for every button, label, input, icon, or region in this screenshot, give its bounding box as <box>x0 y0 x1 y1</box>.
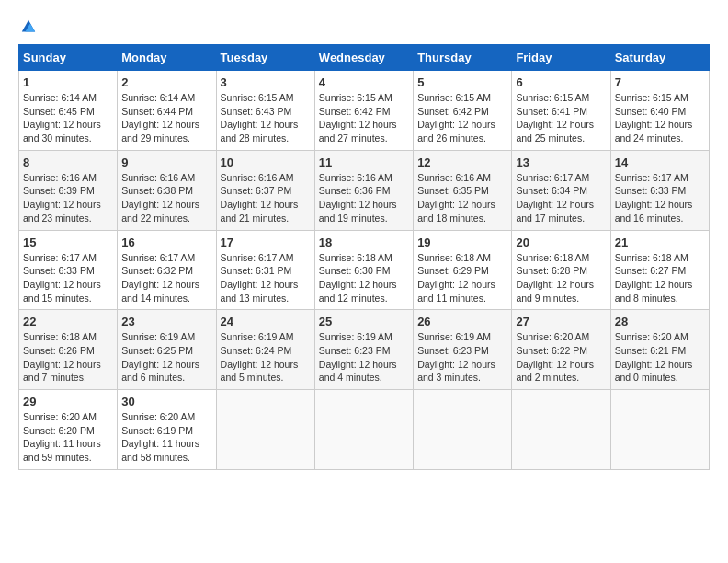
calendar-cell-empty <box>610 390 709 470</box>
weekday-header-monday: Monday <box>118 45 216 71</box>
cell-info: Sunrise: 6:17 AM Sunset: 6:33 PM Dayligh… <box>615 171 705 225</box>
day-number: 3 <box>221 75 311 89</box>
calendar-cell-8: 8Sunrise: 6:16 AM Sunset: 6:39 PM Daylig… <box>19 150 118 230</box>
day-number: 28 <box>615 315 705 328</box>
calendar-cell-9: 9Sunrise: 6:16 AM Sunset: 6:38 PM Daylig… <box>118 150 216 230</box>
calendar-cell-13: 13Sunrise: 6:17 AM Sunset: 6:34 PM Dayli… <box>512 150 610 230</box>
cell-info: Sunrise: 6:20 AM Sunset: 6:20 PM Dayligh… <box>23 410 113 465</box>
weekday-header-wednesday: Wednesday <box>314 45 413 71</box>
calendar-week-4: 22Sunrise: 6:18 AM Sunset: 6:26 PM Dayli… <box>19 310 710 390</box>
calendar-cell-16: 16Sunrise: 6:17 AM Sunset: 6:32 PM Dayli… <box>118 230 216 310</box>
calendar-cell-20: 20Sunrise: 6:18 AM Sunset: 6:28 PM Dayli… <box>512 230 610 310</box>
calendar-cell-5: 5Sunrise: 6:15 AM Sunset: 6:42 PM Daylig… <box>414 71 512 151</box>
cell-info: Sunrise: 6:18 AM Sunset: 6:26 PM Dayligh… <box>23 330 113 385</box>
calendar-cell-19: 19Sunrise: 6:18 AM Sunset: 6:29 PM Dayli… <box>414 230 512 310</box>
day-number: 10 <box>221 155 311 169</box>
page-header <box>18 18 710 35</box>
day-number: 20 <box>516 236 606 249</box>
calendar-cell-14: 14Sunrise: 6:17 AM Sunset: 6:33 PM Dayli… <box>610 150 709 230</box>
day-number: 9 <box>121 155 211 169</box>
calendar-cell-2: 2Sunrise: 6:14 AM Sunset: 6:44 PM Daylig… <box>118 71 216 151</box>
day-number: 4 <box>319 75 409 89</box>
calendar-week-1: 1Sunrise: 6:14 AM Sunset: 6:45 PM Daylig… <box>19 71 710 151</box>
calendar-cell-28: 28Sunrise: 6:20 AM Sunset: 6:21 PM Dayli… <box>610 310 709 390</box>
day-number: 22 <box>23 315 113 328</box>
calendar-cell-12: 12Sunrise: 6:16 AM Sunset: 6:35 PM Dayli… <box>414 150 512 230</box>
day-number: 13 <box>516 155 606 169</box>
calendar-week-5: 29Sunrise: 6:20 AM Sunset: 6:20 PM Dayli… <box>19 390 710 470</box>
cell-info: Sunrise: 6:16 AM Sunset: 6:38 PM Dayligh… <box>121 171 211 225</box>
day-number: 29 <box>23 395 113 408</box>
day-number: 21 <box>615 236 705 249</box>
day-number: 25 <box>319 315 409 328</box>
cell-info: Sunrise: 6:17 AM Sunset: 6:34 PM Dayligh… <box>516 171 606 225</box>
calendar-cell-4: 4Sunrise: 6:15 AM Sunset: 6:42 PM Daylig… <box>314 71 413 151</box>
cell-info: Sunrise: 6:20 AM Sunset: 6:22 PM Dayligh… <box>516 330 606 385</box>
day-number: 18 <box>319 236 409 249</box>
day-number: 23 <box>121 315 211 328</box>
calendar-cell-empty <box>512 390 610 470</box>
cell-info: Sunrise: 6:16 AM Sunset: 6:36 PM Dayligh… <box>319 171 409 225</box>
calendar-cell-11: 11Sunrise: 6:16 AM Sunset: 6:36 PM Dayli… <box>314 150 413 230</box>
calendar-table: SundayMondayTuesdayWednesdayThursdayFrid… <box>18 44 710 470</box>
calendar-cell-23: 23Sunrise: 6:19 AM Sunset: 6:25 PM Dayli… <box>118 310 216 390</box>
calendar-cell-26: 26Sunrise: 6:19 AM Sunset: 6:23 PM Dayli… <box>414 310 512 390</box>
day-number: 2 <box>121 75 211 89</box>
cell-info: Sunrise: 6:20 AM Sunset: 6:21 PM Dayligh… <box>615 330 705 385</box>
calendar-cell-empty <box>414 390 512 470</box>
cell-info: Sunrise: 6:17 AM Sunset: 6:33 PM Dayligh… <box>23 251 113 305</box>
day-number: 17 <box>221 236 311 249</box>
day-number: 11 <box>319 155 409 169</box>
cell-info: Sunrise: 6:19 AM Sunset: 6:24 PM Dayligh… <box>221 330 311 385</box>
day-number: 15 <box>23 236 113 249</box>
weekday-header-saturday: Saturday <box>610 45 709 71</box>
day-number: 5 <box>417 75 507 89</box>
cell-info: Sunrise: 6:18 AM Sunset: 6:27 PM Dayligh… <box>615 251 705 305</box>
weekday-header-friday: Friday <box>512 45 610 71</box>
cell-info: Sunrise: 6:15 AM Sunset: 6:43 PM Dayligh… <box>221 91 311 145</box>
cell-info: Sunrise: 6:14 AM Sunset: 6:45 PM Dayligh… <box>23 91 113 145</box>
cell-info: Sunrise: 6:15 AM Sunset: 6:42 PM Dayligh… <box>417 91 507 145</box>
calendar-cell-empty <box>314 390 413 470</box>
cell-info: Sunrise: 6:14 AM Sunset: 6:44 PM Dayligh… <box>121 91 211 145</box>
cell-info: Sunrise: 6:15 AM Sunset: 6:40 PM Dayligh… <box>615 91 705 145</box>
cell-info: Sunrise: 6:18 AM Sunset: 6:30 PM Dayligh… <box>319 251 409 305</box>
cell-info: Sunrise: 6:15 AM Sunset: 6:41 PM Dayligh… <box>516 91 606 145</box>
weekday-header-thursday: Thursday <box>414 45 512 71</box>
calendar-cell-25: 25Sunrise: 6:19 AM Sunset: 6:23 PM Dayli… <box>314 310 413 390</box>
day-number: 30 <box>121 395 211 408</box>
cell-info: Sunrise: 6:15 AM Sunset: 6:42 PM Dayligh… <box>319 91 409 145</box>
calendar-cell-18: 18Sunrise: 6:18 AM Sunset: 6:30 PM Dayli… <box>314 230 413 310</box>
calendar-cell-21: 21Sunrise: 6:18 AM Sunset: 6:27 PM Dayli… <box>610 230 709 310</box>
day-number: 14 <box>615 155 705 169</box>
calendar-cell-27: 27Sunrise: 6:20 AM Sunset: 6:22 PM Dayli… <box>512 310 610 390</box>
calendar-cell-17: 17Sunrise: 6:17 AM Sunset: 6:31 PM Dayli… <box>216 230 314 310</box>
cell-info: Sunrise: 6:20 AM Sunset: 6:19 PM Dayligh… <box>121 410 211 465</box>
day-number: 7 <box>615 75 705 89</box>
cell-info: Sunrise: 6:16 AM Sunset: 6:39 PM Dayligh… <box>23 171 113 225</box>
day-number: 27 <box>516 315 606 328</box>
calendar-cell-3: 3Sunrise: 6:15 AM Sunset: 6:43 PM Daylig… <box>216 71 314 151</box>
day-number: 26 <box>417 315 507 328</box>
weekday-header-tuesday: Tuesday <box>216 45 314 71</box>
cell-info: Sunrise: 6:16 AM Sunset: 6:37 PM Dayligh… <box>221 171 311 225</box>
calendar-cell-1: 1Sunrise: 6:14 AM Sunset: 6:45 PM Daylig… <box>19 71 118 151</box>
cell-info: Sunrise: 6:18 AM Sunset: 6:29 PM Dayligh… <box>417 251 507 305</box>
calendar-cell-22: 22Sunrise: 6:18 AM Sunset: 6:26 PM Dayli… <box>19 310 118 390</box>
cell-info: Sunrise: 6:17 AM Sunset: 6:31 PM Dayligh… <box>221 251 311 305</box>
day-number: 19 <box>417 236 507 249</box>
calendar-cell-empty <box>216 390 314 470</box>
logo <box>18 18 37 35</box>
calendar-cell-30: 30Sunrise: 6:20 AM Sunset: 6:19 PM Dayli… <box>118 390 216 470</box>
calendar-cell-6: 6Sunrise: 6:15 AM Sunset: 6:41 PM Daylig… <box>512 71 610 151</box>
cell-info: Sunrise: 6:17 AM Sunset: 6:32 PM Dayligh… <box>121 251 211 305</box>
day-number: 12 <box>417 155 507 169</box>
cell-info: Sunrise: 6:19 AM Sunset: 6:23 PM Dayligh… <box>319 330 409 385</box>
cell-info: Sunrise: 6:16 AM Sunset: 6:35 PM Dayligh… <box>417 171 507 225</box>
day-number: 6 <box>516 75 606 89</box>
calendar-cell-15: 15Sunrise: 6:17 AM Sunset: 6:33 PM Dayli… <box>19 230 118 310</box>
cell-info: Sunrise: 6:18 AM Sunset: 6:28 PM Dayligh… <box>516 251 606 305</box>
calendar-cell-10: 10Sunrise: 6:16 AM Sunset: 6:37 PM Dayli… <box>216 150 314 230</box>
calendar-cell-7: 7Sunrise: 6:15 AM Sunset: 6:40 PM Daylig… <box>610 71 709 151</box>
cell-info: Sunrise: 6:19 AM Sunset: 6:23 PM Dayligh… <box>417 330 507 385</box>
